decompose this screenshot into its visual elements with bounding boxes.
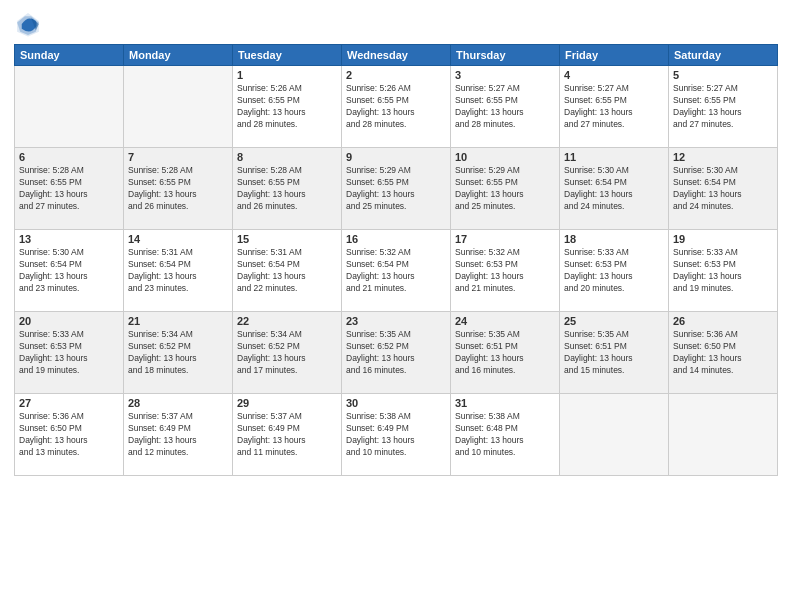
calendar-day-cell: 19Sunrise: 5:33 AM Sunset: 6:53 PM Dayli… [669,230,778,312]
calendar-day-cell: 27Sunrise: 5:36 AM Sunset: 6:50 PM Dayli… [15,394,124,476]
day-number: 7 [128,151,228,163]
day-number: 6 [19,151,119,163]
day-number: 28 [128,397,228,409]
day-info: Sunrise: 5:27 AM Sunset: 6:55 PM Dayligh… [673,83,773,131]
calendar-week-row: 20Sunrise: 5:33 AM Sunset: 6:53 PM Dayli… [15,312,778,394]
day-number: 19 [673,233,773,245]
calendar-day-cell: 1Sunrise: 5:26 AM Sunset: 6:55 PM Daylig… [233,66,342,148]
calendar-day-cell: 11Sunrise: 5:30 AM Sunset: 6:54 PM Dayli… [560,148,669,230]
day-number: 24 [455,315,555,327]
day-info: Sunrise: 5:37 AM Sunset: 6:49 PM Dayligh… [237,411,337,459]
calendar-day-cell: 13Sunrise: 5:30 AM Sunset: 6:54 PM Dayli… [15,230,124,312]
day-info: Sunrise: 5:38 AM Sunset: 6:49 PM Dayligh… [346,411,446,459]
logo-icon [14,10,42,38]
weekday-header-thursday: Thursday [451,45,560,66]
weekday-row: SundayMondayTuesdayWednesdayThursdayFrid… [15,45,778,66]
calendar-day-cell [560,394,669,476]
header [14,10,778,38]
day-number: 15 [237,233,337,245]
day-number: 31 [455,397,555,409]
day-number: 9 [346,151,446,163]
calendar-day-cell [669,394,778,476]
calendar-day-cell: 18Sunrise: 5:33 AM Sunset: 6:53 PM Dayli… [560,230,669,312]
day-number: 4 [564,69,664,81]
day-info: Sunrise: 5:38 AM Sunset: 6:48 PM Dayligh… [455,411,555,459]
day-info: Sunrise: 5:32 AM Sunset: 6:53 PM Dayligh… [455,247,555,295]
calendar-day-cell: 7Sunrise: 5:28 AM Sunset: 6:55 PM Daylig… [124,148,233,230]
day-info: Sunrise: 5:31 AM Sunset: 6:54 PM Dayligh… [237,247,337,295]
logo [14,10,46,38]
day-info: Sunrise: 5:29 AM Sunset: 6:55 PM Dayligh… [455,165,555,213]
calendar-day-cell [15,66,124,148]
calendar-day-cell: 3Sunrise: 5:27 AM Sunset: 6:55 PM Daylig… [451,66,560,148]
day-info: Sunrise: 5:32 AM Sunset: 6:54 PM Dayligh… [346,247,446,295]
day-info: Sunrise: 5:26 AM Sunset: 6:55 PM Dayligh… [346,83,446,131]
weekday-header-saturday: Saturday [669,45,778,66]
calendar-header: SundayMondayTuesdayWednesdayThursdayFrid… [15,45,778,66]
calendar-day-cell: 23Sunrise: 5:35 AM Sunset: 6:52 PM Dayli… [342,312,451,394]
calendar-day-cell: 2Sunrise: 5:26 AM Sunset: 6:55 PM Daylig… [342,66,451,148]
day-number: 18 [564,233,664,245]
day-number: 25 [564,315,664,327]
calendar-week-row: 27Sunrise: 5:36 AM Sunset: 6:50 PM Dayli… [15,394,778,476]
weekday-header-wednesday: Wednesday [342,45,451,66]
day-info: Sunrise: 5:35 AM Sunset: 6:51 PM Dayligh… [455,329,555,377]
calendar-day-cell: 21Sunrise: 5:34 AM Sunset: 6:52 PM Dayli… [124,312,233,394]
calendar-day-cell: 17Sunrise: 5:32 AM Sunset: 6:53 PM Dayli… [451,230,560,312]
calendar-day-cell [124,66,233,148]
day-info: Sunrise: 5:29 AM Sunset: 6:55 PM Dayligh… [346,165,446,213]
day-number: 2 [346,69,446,81]
day-info: Sunrise: 5:33 AM Sunset: 6:53 PM Dayligh… [564,247,664,295]
day-number: 11 [564,151,664,163]
day-number: 13 [19,233,119,245]
day-info: Sunrise: 5:28 AM Sunset: 6:55 PM Dayligh… [128,165,228,213]
day-number: 20 [19,315,119,327]
weekday-header-friday: Friday [560,45,669,66]
calendar-day-cell: 29Sunrise: 5:37 AM Sunset: 6:49 PM Dayli… [233,394,342,476]
calendar-day-cell: 28Sunrise: 5:37 AM Sunset: 6:49 PM Dayli… [124,394,233,476]
day-info: Sunrise: 5:34 AM Sunset: 6:52 PM Dayligh… [128,329,228,377]
day-number: 16 [346,233,446,245]
calendar-week-row: 1Sunrise: 5:26 AM Sunset: 6:55 PM Daylig… [15,66,778,148]
day-number: 23 [346,315,446,327]
day-info: Sunrise: 5:27 AM Sunset: 6:55 PM Dayligh… [564,83,664,131]
calendar-day-cell: 31Sunrise: 5:38 AM Sunset: 6:48 PM Dayli… [451,394,560,476]
calendar-day-cell: 6Sunrise: 5:28 AM Sunset: 6:55 PM Daylig… [15,148,124,230]
day-number: 17 [455,233,555,245]
calendar-day-cell: 25Sunrise: 5:35 AM Sunset: 6:51 PM Dayli… [560,312,669,394]
day-info: Sunrise: 5:30 AM Sunset: 6:54 PM Dayligh… [673,165,773,213]
day-number: 12 [673,151,773,163]
calendar-day-cell: 10Sunrise: 5:29 AM Sunset: 6:55 PM Dayli… [451,148,560,230]
day-info: Sunrise: 5:35 AM Sunset: 6:52 PM Dayligh… [346,329,446,377]
day-info: Sunrise: 5:28 AM Sunset: 6:55 PM Dayligh… [237,165,337,213]
calendar-body: 1Sunrise: 5:26 AM Sunset: 6:55 PM Daylig… [15,66,778,476]
calendar-day-cell: 16Sunrise: 5:32 AM Sunset: 6:54 PM Dayli… [342,230,451,312]
calendar-day-cell: 20Sunrise: 5:33 AM Sunset: 6:53 PM Dayli… [15,312,124,394]
day-number: 21 [128,315,228,327]
day-info: Sunrise: 5:36 AM Sunset: 6:50 PM Dayligh… [19,411,119,459]
calendar-day-cell: 22Sunrise: 5:34 AM Sunset: 6:52 PM Dayli… [233,312,342,394]
calendar-table: SundayMondayTuesdayWednesdayThursdayFrid… [14,44,778,476]
day-number: 27 [19,397,119,409]
calendar-day-cell: 8Sunrise: 5:28 AM Sunset: 6:55 PM Daylig… [233,148,342,230]
day-info: Sunrise: 5:30 AM Sunset: 6:54 PM Dayligh… [564,165,664,213]
day-number: 14 [128,233,228,245]
day-number: 5 [673,69,773,81]
day-info: Sunrise: 5:35 AM Sunset: 6:51 PM Dayligh… [564,329,664,377]
calendar-day-cell: 5Sunrise: 5:27 AM Sunset: 6:55 PM Daylig… [669,66,778,148]
weekday-header-tuesday: Tuesday [233,45,342,66]
day-number: 10 [455,151,555,163]
day-info: Sunrise: 5:27 AM Sunset: 6:55 PM Dayligh… [455,83,555,131]
day-info: Sunrise: 5:34 AM Sunset: 6:52 PM Dayligh… [237,329,337,377]
calendar-week-row: 13Sunrise: 5:30 AM Sunset: 6:54 PM Dayli… [15,230,778,312]
day-number: 29 [237,397,337,409]
calendar-day-cell: 14Sunrise: 5:31 AM Sunset: 6:54 PM Dayli… [124,230,233,312]
weekday-header-monday: Monday [124,45,233,66]
day-info: Sunrise: 5:28 AM Sunset: 6:55 PM Dayligh… [19,165,119,213]
weekday-header-sunday: Sunday [15,45,124,66]
day-number: 8 [237,151,337,163]
day-number: 26 [673,315,773,327]
day-info: Sunrise: 5:33 AM Sunset: 6:53 PM Dayligh… [19,329,119,377]
calendar-day-cell: 15Sunrise: 5:31 AM Sunset: 6:54 PM Dayli… [233,230,342,312]
day-info: Sunrise: 5:37 AM Sunset: 6:49 PM Dayligh… [128,411,228,459]
